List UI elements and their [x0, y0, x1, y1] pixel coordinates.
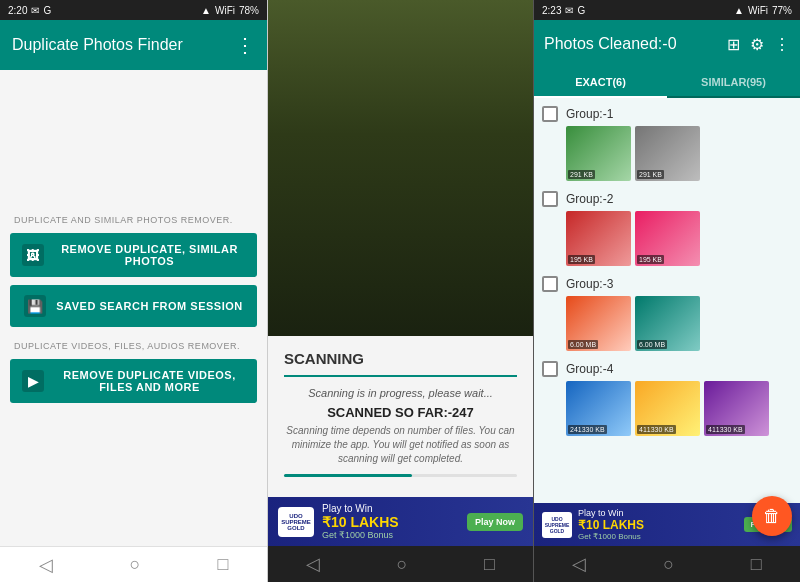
status-right-3: ▲ WiFi 77% [734, 5, 792, 16]
save-btn-icon: 💾 [24, 295, 46, 317]
group-3-photos: 6.00 MB 6.00 MB [534, 296, 800, 357]
ad-logo-3: UDO SUPREME GOLD [542, 512, 572, 538]
home-nav-2[interactable]: ○ [397, 554, 408, 575]
signal-icon-3: ▲ [734, 5, 744, 16]
g-icon-3: G [577, 5, 585, 16]
back-nav-2[interactable]: ◁ [306, 553, 320, 575]
menu-dots-icon[interactable]: ⋮ [235, 33, 255, 57]
wifi-icon: WiFi [215, 5, 235, 16]
group-label-3: Group:-3 [566, 277, 613, 291]
group-header-4: Group:-4 [534, 357, 800, 381]
group-label-2: Group:-2 [566, 192, 613, 206]
tab-exact[interactable]: EXACT(6) [534, 68, 667, 96]
photo-thumb[interactable]: 291 KB [566, 126, 631, 181]
photo-thumb[interactable]: 6.00 MB [635, 296, 700, 351]
back-nav-1[interactable]: ◁ [39, 554, 53, 576]
status-right: ▲ WiFi 78% [201, 5, 259, 16]
group-2-photos: 195 KB 195 KB [534, 211, 800, 272]
main-content-1: DUPLICATE AND SIMILAR PHOTOS REMOVER. 🖼 … [0, 70, 267, 546]
msg-icon: ✉ [31, 5, 39, 16]
group-checkbox-4[interactable] [542, 361, 558, 377]
trash-icon: 🗑 [763, 506, 781, 527]
panel-scanning: SCANNING Scanning is in progress, please… [268, 0, 534, 582]
group-1-photos: 291 KB 291 KB [534, 126, 800, 187]
group-header-2: Group:-2 [534, 187, 800, 211]
home-nav-3[interactable]: ○ [663, 554, 674, 575]
fab-delete-button[interactable]: 🗑 [752, 496, 792, 536]
scan-count: SCANNED SO FAR:-247 [284, 405, 517, 420]
scan-title: SCANNING [284, 350, 517, 367]
scan-divider [284, 375, 517, 377]
photo-thumb[interactable]: 195 KB [635, 211, 700, 266]
photo-thumb[interactable]: 6.00 MB [566, 296, 631, 351]
ad-text-3: Play to Win ₹10 LAKHS Get ₹1000 Bonus [578, 508, 738, 541]
scan-info-box: SCANNING Scanning is in progress, please… [268, 336, 533, 497]
ad-text-2: Play to Win ₹10 LAKHS Get ₹1000 Bonus [322, 503, 459, 540]
battery-3: 77% [772, 5, 792, 16]
photo-thumb[interactable]: 241330 KB [566, 381, 631, 436]
group-checkbox-1[interactable] [542, 106, 558, 122]
wifi-icon-3: WiFi [748, 5, 768, 16]
remove-duplicate-photos-button[interactable]: 🖼 REMOVE DUPLICATE, SIMILAR PHOTOS [10, 233, 257, 277]
ad-logo-2: UDO SUPREME GOLD [278, 507, 314, 537]
scan-subtitle: Scanning is in progress, please wait... [284, 387, 517, 399]
status-bar-3: 2:23 ✉ G ▲ WiFi 77% [534, 0, 800, 20]
bottom-nav-3: ◁ ○ □ [534, 546, 800, 582]
scan-background [268, 0, 533, 336]
grid-icon[interactable]: ⊞ [727, 35, 740, 54]
scan-progress-fill [284, 474, 412, 477]
group-header-3: Group:-3 [534, 272, 800, 296]
recents-nav-2[interactable]: □ [484, 554, 495, 575]
panel-main: 2:20 ✉ G ▲ WiFi 78% Duplicate Photos Fin… [0, 0, 268, 582]
group-header-1: Group:-1 [534, 102, 800, 126]
panel-3-content: Group:-1 291 KB 291 KB Group:-2 195 KB [534, 98, 800, 582]
g-icon: G [43, 5, 51, 16]
dots-icon-3[interactable]: ⋮ [774, 35, 790, 54]
battery-1: 78% [239, 5, 259, 16]
gear-icon[interactable]: ⚙ [750, 35, 764, 54]
app-title-1: Duplicate Photos Finder [12, 36, 183, 54]
group-label-1: Group:-1 [566, 107, 613, 121]
video-btn-icon: ▶ [22, 370, 44, 392]
group-checkbox-3[interactable] [542, 276, 558, 292]
bottom-nav-1: ◁ ○ □ [0, 546, 267, 582]
status-left-3: 2:23 ✉ G [542, 5, 585, 16]
photo-thumb[interactable]: 195 KB [566, 211, 631, 266]
ad-banner-2[interactable]: UDO SUPREME GOLD Play to Win ₹10 LAKHS G… [268, 497, 533, 546]
remove-duplicate-videos-button[interactable]: ▶ REMOVE DUPLICATE VIDEOS, FILES AND MOR… [10, 359, 257, 403]
time-1: 2:20 [8, 5, 27, 16]
bottom-nav-2: ◁ ○ □ [268, 546, 533, 582]
section-label-videos: DUPLICATE VIDEOS, FILES, AUDIOS REMOVER. [0, 331, 267, 355]
photo-thumb[interactable]: 411330 KB [635, 381, 700, 436]
tabs-bar: EXACT(6) SIMILAR(95) [534, 68, 800, 98]
time-3: 2:23 [542, 5, 561, 16]
app-header-3: Photos Cleaned:-0 ⊞ ⚙ ⋮ [534, 20, 800, 68]
back-nav-3[interactable]: ◁ [572, 553, 586, 575]
photos-cleaned-title: Photos Cleaned:-0 [544, 35, 677, 53]
app-header-1: Duplicate Photos Finder ⋮ [0, 20, 267, 70]
status-bar-1: 2:20 ✉ G ▲ WiFi 78% [0, 0, 267, 20]
signal-icon: ▲ [201, 5, 211, 16]
group-checkbox-2[interactable] [542, 191, 558, 207]
recents-nav-1[interactable]: □ [218, 554, 229, 575]
status-left: 2:20 ✉ G [8, 5, 51, 16]
results-list: Group:-1 291 KB 291 KB Group:-2 195 KB [534, 98, 800, 503]
recents-nav-3[interactable]: □ [751, 554, 762, 575]
msg-icon-3: ✉ [565, 5, 573, 16]
header-actions: ⊞ ⚙ ⋮ [727, 35, 790, 54]
group-label-4: Group:-4 [566, 362, 613, 376]
panel-results: 2:23 ✉ G ▲ WiFi 77% Photos Cleaned:-0 ⊞ … [534, 0, 800, 582]
saved-search-button[interactable]: 💾 SAVED SEARCH FROM SESSION [10, 285, 257, 327]
photo-thumb[interactable]: 291 KB [635, 126, 700, 181]
ad-play-button-2[interactable]: Play Now [467, 513, 523, 531]
photos-btn-icon: 🖼 [22, 244, 44, 266]
section-label-photos: DUPLICATE AND SIMILAR PHOTOS REMOVER. [0, 205, 267, 229]
scan-desc: Scanning time depends on number of files… [284, 424, 517, 466]
scan-progress-bar [284, 474, 517, 477]
tab-similar[interactable]: SIMILAR(95) [667, 68, 800, 96]
home-nav-1[interactable]: ○ [130, 554, 141, 575]
group-4-photos: 241330 KB 411330 KB 411330 KB [534, 381, 800, 442]
photo-thumb[interactable]: 411330 KB [704, 381, 769, 436]
